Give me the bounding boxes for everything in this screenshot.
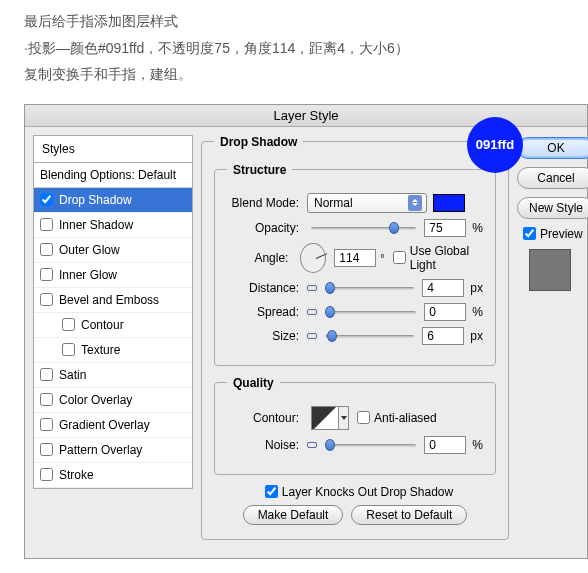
checkbox-color-overlay[interactable]: [40, 393, 53, 406]
make-default-button[interactable]: Make Default: [243, 505, 344, 525]
link-icon: [307, 307, 317, 317]
drop-shadow-legend: Drop Shadow: [214, 135, 303, 149]
checkbox-pattern-overlay[interactable]: [40, 443, 53, 456]
right-column: OK Cancel New Style Preview: [517, 135, 587, 550]
style-contour[interactable]: Contour: [34, 313, 192, 338]
opacity-unit: %: [472, 221, 483, 235]
checkbox-texture[interactable]: [62, 343, 75, 356]
checkbox-inner-glow[interactable]: [40, 268, 53, 281]
angle-label: Angle:: [227, 251, 296, 265]
ok-button[interactable]: OK: [517, 137, 588, 159]
style-inner-shadow[interactable]: Inner Shadow: [34, 213, 192, 238]
spread-unit: %: [472, 305, 483, 319]
reset-default-button[interactable]: Reset to Default: [351, 505, 467, 525]
spread-slider[interactable]: [325, 305, 416, 319]
knocks-out-checkbox[interactable]: Layer Knocks Out Drop Shadow: [265, 485, 453, 499]
select-arrows-icon: [408, 195, 422, 211]
size-slider[interactable]: [325, 329, 414, 343]
preview-checkbox[interactable]: Preview: [523, 227, 587, 241]
cancel-button[interactable]: Cancel: [517, 167, 588, 189]
opacity-input[interactable]: [424, 219, 466, 237]
new-style-button[interactable]: New Style: [517, 197, 588, 219]
checkbox-inner-shadow[interactable]: [40, 218, 53, 231]
quality-group: Quality Contour: Anti-aliased Noise: %: [214, 376, 496, 475]
structure-group: Structure Blend Mode: Normal Opacity:: [214, 163, 496, 366]
link-icon: [307, 331, 317, 341]
style-stroke[interactable]: Stroke: [34, 463, 192, 488]
quality-legend: Quality: [227, 376, 280, 390]
shadow-color-swatch[interactable]: [433, 194, 465, 212]
distance-unit: px: [470, 281, 483, 295]
layer-style-dialog: Layer Style Styles Blending Options: Def…: [24, 104, 588, 559]
noise-label: Noise:: [227, 438, 307, 452]
noise-slider[interactable]: [325, 438, 416, 452]
opacity-label: Opacity:: [227, 221, 307, 235]
style-blending-options[interactable]: Blending Options: Default: [34, 163, 192, 188]
instruction-line: 复制变换手和手指，建组。: [24, 61, 564, 88]
distance-label: Distance:: [227, 281, 307, 295]
blend-mode-value: Normal: [314, 196, 353, 210]
checkbox-bevel-emboss[interactable]: [40, 293, 53, 306]
styles-header[interactable]: Styles: [33, 135, 193, 163]
anti-aliased-checkbox[interactable]: Anti-aliased: [357, 411, 437, 425]
angle-input[interactable]: [334, 249, 376, 267]
angle-degree: °: [380, 252, 384, 264]
main-column: 091ffd Drop Shadow Structure Blend Mode:…: [193, 135, 517, 550]
link-icon: [307, 440, 317, 450]
style-satin[interactable]: Satin: [34, 363, 192, 388]
style-outer-glow[interactable]: Outer Glow: [34, 238, 192, 263]
styles-list: Blending Options: Default Drop Shadow In…: [33, 163, 193, 489]
contour-swatch[interactable]: [311, 406, 339, 430]
checkbox-contour[interactable]: [62, 318, 75, 331]
style-texture[interactable]: Texture: [34, 338, 192, 363]
checkbox-stroke[interactable]: [40, 468, 53, 481]
chevron-down-icon: [341, 416, 347, 420]
checkbox-outer-glow[interactable]: [40, 243, 53, 256]
blend-mode-select[interactable]: Normal: [307, 193, 427, 213]
link-icon: [307, 283, 317, 293]
checkbox-gradient-overlay[interactable]: [40, 418, 53, 431]
size-label: Size:: [227, 329, 307, 343]
contour-label: Contour:: [227, 411, 307, 425]
spread-label: Spread:: [227, 305, 307, 319]
style-color-overlay[interactable]: Color Overlay: [34, 388, 192, 413]
instruction-line: ·投影—颜色#091ffd，不透明度75，角度114，距离4，大小6）: [24, 35, 564, 62]
size-input[interactable]: [422, 327, 464, 345]
style-drop-shadow[interactable]: Drop Shadow: [34, 188, 192, 213]
color-badge: 091ffd: [467, 117, 523, 173]
noise-unit: %: [472, 438, 483, 452]
contour-dropdown-arrow[interactable]: [339, 406, 349, 430]
style-pattern-overlay[interactable]: Pattern Overlay: [34, 438, 192, 463]
use-global-light-checkbox[interactable]: Use Global Light: [393, 244, 483, 272]
styles-column: Styles Blending Options: Default Drop Sh…: [33, 135, 193, 550]
spread-input[interactable]: [424, 303, 466, 321]
style-bevel-emboss[interactable]: Bevel and Emboss: [34, 288, 192, 313]
instructions-block: 最后给手指添加图层样式 ·投影—颜色#091ffd，不透明度75，角度114，距…: [0, 0, 588, 104]
drop-shadow-group: Drop Shadow Structure Blend Mode: Normal…: [201, 135, 509, 540]
checkbox-drop-shadow[interactable]: [40, 193, 53, 206]
style-gradient-overlay[interactable]: Gradient Overlay: [34, 413, 192, 438]
size-unit: px: [470, 329, 483, 343]
opacity-slider[interactable]: [311, 221, 416, 235]
noise-input[interactable]: [424, 436, 466, 454]
checkbox-satin[interactable]: [40, 368, 53, 381]
blend-mode-label: Blend Mode:: [227, 196, 307, 210]
preview-swatch: [529, 249, 571, 291]
distance-input[interactable]: [422, 279, 464, 297]
style-inner-glow[interactable]: Inner Glow: [34, 263, 192, 288]
instruction-line: 最后给手指添加图层样式: [24, 8, 564, 35]
structure-legend: Structure: [227, 163, 292, 177]
distance-slider[interactable]: [325, 281, 414, 295]
angle-dial[interactable]: [300, 243, 326, 273]
